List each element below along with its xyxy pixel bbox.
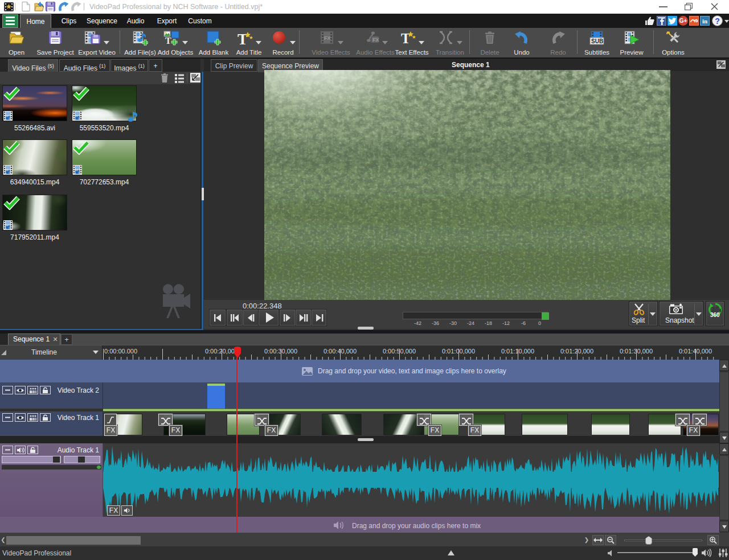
- svg-text:360: 360: [710, 312, 720, 318]
- svg-text:0:01:00,000: 0:01:00,000: [442, 348, 475, 355]
- svg-text:FX: FX: [324, 35, 331, 41]
- svg-text:0:01:10,000: 0:01:10,000: [501, 348, 534, 355]
- svg-text:T: T: [237, 31, 248, 46]
- svg-text:0:01:30,000: 0:01:30,000: [620, 348, 653, 355]
- svg-text:0:00:50,000: 0:00:50,000: [383, 348, 416, 355]
- svg-text:SUB: SUB: [591, 38, 603, 44]
- svg-text:0:01:20,000: 0:01:20,000: [560, 348, 593, 355]
- svg-text:0:00:30,000: 0:00:30,000: [264, 348, 297, 355]
- svg-text:T: T: [165, 36, 171, 46]
- svg-text:0:00:00.000: 0:00:00.000: [104, 348, 137, 355]
- svg-text:T: T: [401, 31, 411, 44]
- svg-text:0:00:40,000: 0:00:40,000: [323, 348, 357, 355]
- svg-text:0:01:40,000: 0:01:40,000: [679, 348, 712, 355]
